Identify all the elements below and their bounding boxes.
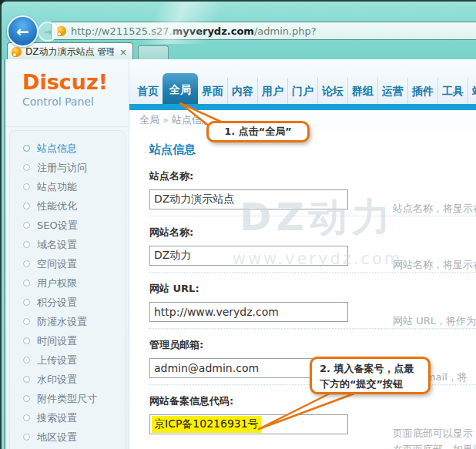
nav-item-forum[interactable]: 论坛 bbox=[317, 78, 347, 104]
nav-item-operation[interactable]: 运营 bbox=[377, 78, 407, 104]
bullet-icon bbox=[23, 203, 30, 209]
field-hint: 网站名称，将显示在 bbox=[393, 258, 476, 272]
callout2-tail-icon bbox=[253, 389, 360, 437]
sidebar-item-label: 站点功能 bbox=[37, 180, 77, 194]
sidebar-item-label: 防灌水设置 bbox=[37, 315, 87, 329]
field-hint: 页面底部可以显示 I 在页面底部，如果没 bbox=[393, 425, 476, 449]
bullet-icon bbox=[23, 376, 30, 383]
field-row-website-name: 网站名称: 网站名称，将显示在 bbox=[149, 226, 476, 273]
callout-step2: 2. 填入备案号，点最 下方的“提交”按钮 bbox=[310, 357, 431, 394]
window-left-border bbox=[0, 59, 5, 449]
site-name-input[interactable] bbox=[149, 189, 348, 209]
sidebar-item-upload[interactable]: 上传设置 bbox=[10, 350, 125, 370]
field-label: 网站名称: bbox=[149, 226, 476, 240]
sidebar-item-search[interactable]: 搜索设置 bbox=[10, 408, 125, 427]
address-bar[interactable]: http://w211525.s27.myverydz.com/admin.ph… bbox=[51, 22, 476, 40]
url-text: http://w211525.s27.myverydz.com/admin.ph… bbox=[71, 25, 317, 37]
browser-forward-button[interactable]: → bbox=[38, 22, 58, 42]
callout-step1: 1. 点击“全局” bbox=[206, 121, 310, 142]
url-prefix: http://w211525.s27. bbox=[71, 25, 173, 37]
sidebar-item-label: SEO设置 bbox=[37, 219, 78, 233]
sidebar-item-seo[interactable]: SEO设置 bbox=[10, 216, 125, 235]
breadcrumb-section[interactable]: 全局 bbox=[139, 114, 159, 126]
bullet-icon bbox=[23, 299, 30, 306]
new-tab-button[interactable] bbox=[138, 45, 169, 61]
tab-close-icon[interactable]: × bbox=[118, 48, 129, 57]
field-hint: 网站 URL，将作为链 bbox=[393, 314, 476, 328]
bullet-icon bbox=[23, 260, 30, 267]
row-divider bbox=[149, 272, 476, 273]
bullet-icon bbox=[23, 357, 30, 364]
field-label: 站点名称: bbox=[149, 169, 476, 183]
sidebar-item-anti-spam[interactable]: 防灌水设置 bbox=[10, 312, 125, 331]
callout-step2-line1: 2. 填入备案号，点最 bbox=[320, 361, 421, 377]
field-hint-line1: 页面底部可以显示 I bbox=[393, 425, 476, 441]
sidebar-item-label: 性能优化 bbox=[37, 199, 77, 213]
page: Discuz! Control Panel 站点信息 注册与访问 站点功能 性能… bbox=[0, 59, 476, 449]
row-divider bbox=[149, 328, 476, 329]
sidebar-item-label: 注册与访问 bbox=[37, 161, 87, 175]
sidebar-item-label: 上传设置 bbox=[37, 354, 77, 367]
logo-block: Discuz! Control Panel bbox=[5, 59, 129, 127]
website-name-input[interactable] bbox=[149, 246, 348, 266]
sidebar-item-label: 地区设置 bbox=[37, 431, 77, 444]
sidebar-item-space[interactable]: 空间设置 bbox=[10, 254, 125, 273]
nav-item-home[interactable]: 首页 bbox=[133, 78, 163, 104]
bullet-icon bbox=[23, 222, 30, 229]
sidebar-item-label: 时间设置 bbox=[37, 334, 77, 348]
back-arrow-icon: ← bbox=[16, 22, 29, 41]
logo-subtitle: Control Panel bbox=[22, 95, 129, 108]
callout-step2-line2: 下方的“提交”按钮 bbox=[320, 377, 421, 392]
bullet-icon bbox=[23, 337, 30, 344]
field-row-website-url: 网站 URL: 网站 URL，将作为链 bbox=[149, 282, 476, 329]
nav-item-users[interactable]: 用户 bbox=[257, 78, 287, 104]
nav-item-webmaster[interactable]: 站长 bbox=[468, 78, 476, 104]
sidebar-item-credits[interactable]: 积分设置 bbox=[10, 293, 125, 312]
sidebar-item-label: 用户权限 bbox=[37, 276, 77, 290]
nav-item-groups[interactable]: 群组 bbox=[347, 78, 377, 104]
bullet-icon bbox=[23, 414, 30, 421]
tab-title: DZ动力演示站点 管理中心 ... bbox=[25, 45, 114, 59]
sidebar-item-region[interactable]: 地区设置 bbox=[10, 427, 125, 447]
sidebar-item-watermark[interactable]: 水印设置 bbox=[10, 370, 125, 389]
bullet-icon bbox=[23, 280, 30, 286]
bullet-icon bbox=[23, 241, 30, 248]
sidebar-item-domain[interactable]: 域名设置 bbox=[10, 235, 125, 254]
field-label: 网站 URL: bbox=[149, 282, 476, 296]
url-domain: myverydz.com bbox=[173, 25, 254, 37]
bullet-icon bbox=[23, 145, 30, 152]
forward-arrow-icon: → bbox=[44, 26, 52, 38]
discuz-logo: Discuz! bbox=[22, 72, 129, 93]
sidebar-item-attachment-types[interactable]: 附件类型尺寸 bbox=[10, 389, 125, 408]
sidebar-item-label: 水印设置 bbox=[37, 373, 77, 387]
sidebar-item-site-info[interactable]: 站点信息 bbox=[10, 139, 125, 158]
bullet-icon bbox=[23, 164, 30, 171]
sidebar-item-label: 附件类型尺寸 bbox=[37, 392, 97, 406]
nav-item-global[interactable]: 全局 bbox=[163, 73, 198, 104]
icp-highlighted-value: 京ICP备10216931号 bbox=[152, 416, 261, 433]
url-path: /admin.php? bbox=[254, 25, 317, 37]
row-divider bbox=[149, 216, 476, 216]
bullet-icon bbox=[23, 318, 30, 325]
sidebar-item-performance[interactable]: 性能优化 bbox=[10, 196, 125, 216]
tab-favicon-icon bbox=[12, 47, 22, 57]
field-label: 管理员邮箱: bbox=[149, 338, 476, 352]
field-hint: 站点名称，将显示在 bbox=[393, 202, 476, 216]
sidebar-item-site-functions[interactable]: 站点功能 bbox=[10, 177, 125, 196]
sidebar-item-label: 域名设置 bbox=[37, 238, 77, 252]
sidebar-item-label: 积分设置 bbox=[37, 296, 77, 310]
browser-chrome: ← → http://w211525.s27.myverydz.com/admi… bbox=[0, 0, 476, 59]
nav-item-plugins[interactable]: 插件 bbox=[407, 78, 437, 104]
sidebar-item-time[interactable]: 时间设置 bbox=[10, 331, 125, 350]
nav-item-portal[interactable]: 门户 bbox=[287, 78, 317, 104]
right-column: 首页 全局 界面 内容 用户 门户 论坛 群组 运营 插件 工具 站长 全局»站… bbox=[129, 59, 476, 449]
sidebar-item-register-access[interactable]: 注册与访问 bbox=[10, 158, 125, 177]
breadcrumb-separator-icon: » bbox=[159, 114, 172, 126]
nav-item-tools[interactable]: 工具 bbox=[437, 78, 468, 104]
sidebar-item-label: 站点信息 bbox=[37, 142, 77, 156]
website-url-input[interactable] bbox=[149, 302, 348, 322]
browser-back-button[interactable]: ← bbox=[7, 15, 39, 47]
top-nav: 首页 全局 界面 内容 用户 门户 论坛 群组 运营 插件 工具 站长 bbox=[129, 59, 476, 104]
bullet-icon bbox=[23, 395, 30, 402]
sidebar-item-user-permissions[interactable]: 用户权限 bbox=[10, 273, 125, 293]
